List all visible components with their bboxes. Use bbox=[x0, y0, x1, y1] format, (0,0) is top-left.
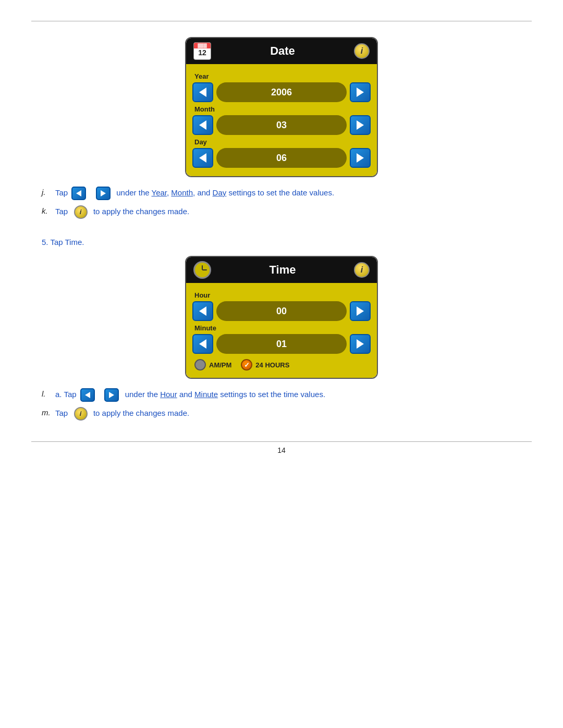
minute-row: 01 bbox=[192, 334, 371, 354]
time-screen-title: Time bbox=[211, 263, 354, 277]
month-label: Month bbox=[192, 105, 371, 113]
instruction-k: k. Tap i to apply the changes made. bbox=[42, 205, 521, 219]
year-label: Year bbox=[192, 72, 371, 80]
right-arrow-icon bbox=[357, 306, 364, 316]
hour-value: 00 bbox=[216, 301, 347, 321]
step-m-letter: m. bbox=[42, 407, 51, 419]
month-row: 03 bbox=[192, 115, 371, 135]
year-increment-button[interactable] bbox=[350, 82, 371, 102]
hour-link: Hour bbox=[160, 390, 177, 399]
time-screen-body: Hour 00 Minute 01 bbox=[186, 283, 377, 378]
ampm-radio[interactable] bbox=[194, 359, 206, 371]
step-j-letter: j. bbox=[42, 187, 51, 199]
date-screen-header: ▓▓▓ 12 Date i bbox=[186, 38, 377, 64]
date-info-button[interactable]: i bbox=[354, 43, 370, 59]
day-decrement-button[interactable] bbox=[192, 148, 213, 168]
step-k-end: to apply the changes made. bbox=[93, 207, 189, 216]
right-arrow-icon bbox=[357, 120, 364, 130]
minute-link: Minute bbox=[194, 390, 218, 399]
ampm-option[interactable]: AM/PM bbox=[194, 359, 231, 371]
date-screen: ▓▓▓ 12 Date i Year 2006 Month bbox=[185, 37, 378, 177]
small-left-btn[interactable] bbox=[71, 187, 86, 200]
hours24-label: 24 HOURS bbox=[255, 361, 289, 369]
month-value: 03 bbox=[216, 115, 347, 135]
step-l-text: a. Tap under the Hour and Minute setting… bbox=[55, 388, 325, 402]
minute-label: Minute bbox=[192, 324, 371, 332]
time-screen: Time i Hour 00 Minute 01 bbox=[185, 256, 378, 379]
info-btn-inline-k: i bbox=[74, 205, 88, 219]
small-right-btn[interactable] bbox=[96, 187, 111, 200]
right-arrow-icon bbox=[357, 153, 364, 163]
info-btn-inline-m: i bbox=[74, 407, 88, 421]
instruction-j-line: j. Tap under the Year, Month, and Day se… bbox=[42, 187, 521, 200]
step-k-tap: Tap bbox=[55, 207, 70, 216]
calendar-icon: ▓▓▓ 12 bbox=[193, 42, 211, 60]
hour-row: 00 bbox=[192, 301, 371, 321]
instruction-j: j. Tap under the Year, Month, and Day se… bbox=[42, 187, 521, 200]
left-arrow-icon bbox=[199, 120, 206, 130]
time-info-button[interactable]: i bbox=[354, 262, 370, 278]
hours24-option[interactable]: 24 HOURS bbox=[241, 359, 289, 371]
left-arrow-icon bbox=[199, 88, 206, 97]
instruction-l-line: l. a. Tap under the Hour and Minute sett… bbox=[42, 388, 521, 402]
date-screen-body: Year 2006 Month 03 bbox=[186, 64, 377, 176]
time-mode-row: AM/PM 24 HOURS bbox=[192, 359, 371, 371]
hour-increment-button[interactable] bbox=[350, 301, 371, 321]
left-arrow-inline-l bbox=[80, 388, 95, 402]
minute-value: 01 bbox=[216, 334, 347, 354]
year-decrement-button[interactable] bbox=[192, 82, 213, 102]
step-5: 5. Tap Time. bbox=[42, 238, 521, 246]
small-info-button-m[interactable]: i bbox=[74, 407, 88, 421]
day-label: Day bbox=[192, 138, 371, 146]
hour-decrement-button[interactable] bbox=[192, 301, 213, 321]
step-k-text: Tap i to apply the changes made. bbox=[55, 205, 189, 219]
ampm-label: AM/PM bbox=[209, 361, 231, 369]
month-decrement-button[interactable] bbox=[192, 115, 213, 135]
step-j-and: and bbox=[197, 188, 210, 197]
left-arrow-inline bbox=[71, 187, 86, 200]
step-j-separator bbox=[90, 188, 92, 197]
step-m-text: Tap i to apply the changes made. bbox=[55, 407, 189, 421]
clock-icon bbox=[193, 261, 211, 279]
step-l-and: and bbox=[179, 390, 192, 399]
hours24-radio[interactable] bbox=[241, 359, 252, 371]
day-row: 06 bbox=[192, 148, 371, 168]
left-arrow-icon bbox=[199, 306, 206, 316]
small-left-arrow-icon-l bbox=[85, 392, 90, 398]
step-m-end: to apply the changes made. bbox=[93, 409, 189, 417]
instruction-m-line: m. Tap i to apply the changes made. bbox=[42, 407, 521, 421]
step-j-after: under the bbox=[116, 188, 149, 197]
day-increment-button[interactable] bbox=[350, 148, 371, 168]
step-5-text: 5. Tap Time. bbox=[42, 238, 84, 246]
step-j-text: Tap under the Year, Month, and Day setti… bbox=[55, 187, 334, 200]
instruction-m: m. Tap i to apply the changes made. bbox=[42, 407, 521, 421]
time-screen-header: Time i bbox=[186, 257, 377, 283]
instruction-k-line: k. Tap i to apply the changes made. bbox=[42, 205, 521, 219]
day-link: Day bbox=[213, 188, 227, 197]
right-arrow-icon bbox=[357, 88, 364, 97]
step-k-letter: k. bbox=[42, 205, 51, 217]
small-left-arrow-icon bbox=[76, 190, 81, 196]
year-row: 2006 bbox=[192, 82, 371, 102]
small-right-arrow-icon bbox=[101, 190, 106, 196]
hour-label: Hour bbox=[192, 291, 371, 299]
small-left-btn-l[interactable] bbox=[80, 388, 95, 402]
step-l-prefix: a. Tap bbox=[55, 390, 77, 399]
day-value: 06 bbox=[216, 148, 347, 168]
left-arrow-icon bbox=[199, 339, 206, 349]
instruction-l: l. a. Tap under the Hour and Minute sett… bbox=[42, 388, 521, 402]
minute-decrement-button[interactable] bbox=[192, 334, 213, 354]
month-increment-button[interactable] bbox=[350, 115, 371, 135]
cal-icon-num: 12 bbox=[198, 49, 206, 56]
step-l-letter: l. bbox=[42, 388, 51, 400]
right-arrow-inline bbox=[96, 187, 111, 200]
step-l-separator bbox=[99, 390, 101, 399]
small-info-button-k[interactable]: i bbox=[74, 205, 88, 219]
small-right-arrow-icon-l bbox=[109, 392, 114, 398]
page-number: 14 bbox=[277, 446, 286, 454]
minute-increment-button[interactable] bbox=[350, 334, 371, 354]
small-right-btn-l[interactable] bbox=[104, 388, 119, 402]
right-arrow-icon bbox=[357, 339, 364, 349]
right-arrow-inline-l bbox=[104, 388, 119, 402]
cal-icon-top: ▓▓▓ bbox=[194, 43, 211, 48]
